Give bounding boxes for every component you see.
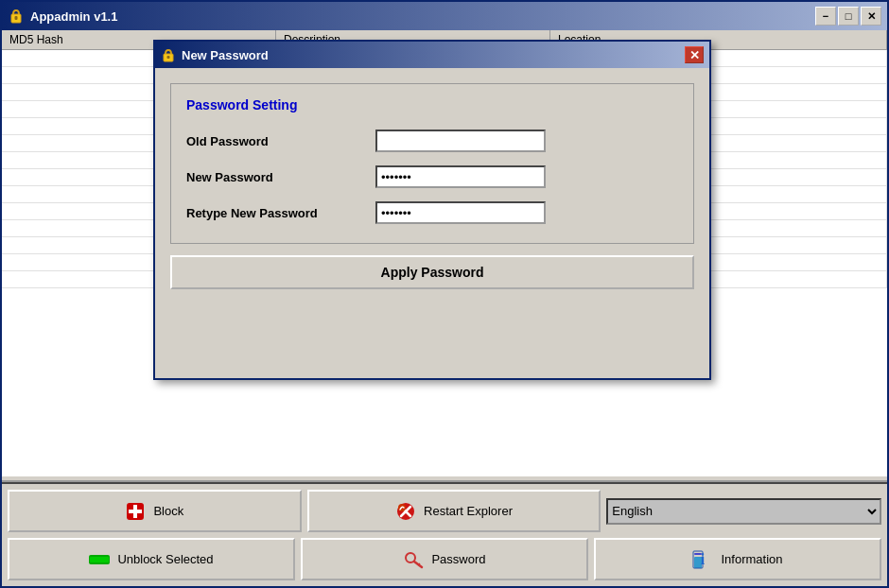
maximize-button[interactable]: □ [838,7,859,26]
block-button[interactable]: Block [8,490,302,532]
dialog-content: Password Setting Old Password New Passwo… [155,68,709,378]
language-select[interactable]: English [606,498,881,525]
svg-rect-1 [15,16,18,20]
table-area: MD5 Hash Description Location [2,30,887,482]
restart-icon [395,501,416,522]
block-label: Block [153,504,183,518]
password-label: Password [431,552,485,566]
bottom-row-2: Unblock Selected Password [8,538,881,580]
language-selector-wrapper: English [606,490,881,532]
password-section-title: Password Setting [186,97,678,112]
app-icon [8,8,25,25]
info-icon: i [692,549,713,570]
new-password-row: New Password [186,165,678,188]
restart-label: Restart Explorer [424,504,513,518]
dialog-lock-icon [161,47,176,62]
old-password-row: Old Password [186,130,678,152]
svg-rect-6 [129,510,142,513]
password-settings-group: Password Setting Old Password New Passwo… [170,83,694,244]
block-icon [125,501,146,522]
retype-password-input[interactable] [375,201,546,224]
password-button[interactable]: Password [301,538,588,580]
new-password-label: New Password [186,170,375,184]
svg-rect-3 [167,56,170,59]
dialog-title: New Password [182,48,685,62]
bottom-bar: Block Restart Explorer English [2,482,887,586]
apply-password-button[interactable]: Apply Password [170,255,694,289]
key-icon [403,549,424,570]
new-password-input[interactable] [375,165,546,188]
minimize-button[interactable]: − [815,7,836,26]
retype-password-row: Retype New Password [186,201,678,224]
old-password-input[interactable] [375,130,546,152]
svg-text:i: i [701,551,706,567]
dialog-close-button[interactable]: ✕ [685,46,704,63]
window-controls: − □ ✕ [815,7,881,26]
window-title: Appadmin v1.1 [30,9,815,24]
retype-password-label: Retype New Password [186,206,375,220]
dialog-overlay: New Password ✕ Password Setting Old Pass… [153,40,711,380]
main-window: Appadmin v1.1 − □ ✕ MD5 Hash Description… [0,0,889,588]
unblock-selected-button[interactable]: Unblock Selected [8,538,295,580]
bottom-row-1: Block Restart Explorer English [8,490,881,532]
old-password-label: Old Password [186,134,375,148]
titlebar: Appadmin v1.1 − □ ✕ [2,2,887,30]
information-label: Information [721,552,782,566]
information-button[interactable]: i Information [594,538,881,580]
dialog-titlebar: New Password ✕ [155,42,709,68]
unblock-label: Unblock Selected [117,552,213,566]
new-password-dialog: New Password ✕ Password Setting Old Pass… [153,40,711,380]
restart-explorer-button[interactable]: Restart Explorer [307,490,601,532]
close-button[interactable]: ✕ [861,7,881,26]
unblock-icon [89,549,110,570]
svg-rect-10 [90,557,109,562]
